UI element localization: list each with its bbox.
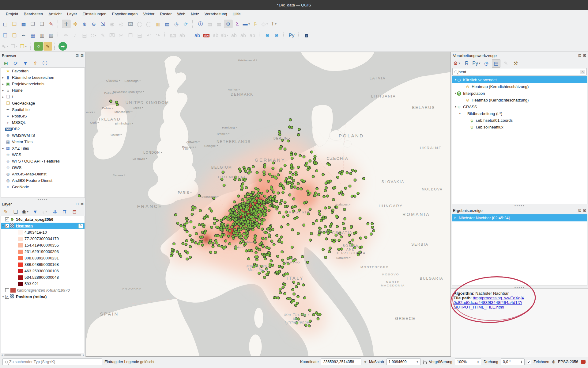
- processing-models-button[interactable]: ⚙▼: [453, 59, 461, 68]
- menu-vektor[interactable]: Vektor: [140, 10, 157, 17]
- layer-checkbox[interactable]: ✓: [5, 295, 9, 299]
- browser-item-wfs-ogc-api-features[interactable]: ⊛WFS / OGC API - Features: [1, 158, 85, 164]
- legend-row-1[interactable]: 77.2097300004179: [1, 236, 85, 242]
- legend-row-2[interactable]: 154.419460000355: [1, 242, 85, 248]
- menu-web[interactable]: Web: [175, 10, 188, 17]
- expand-arrow-icon[interactable]: ▾: [452, 78, 456, 81]
- browser-item--[interactable]: ▸❑/: [1, 94, 85, 100]
- redo-button[interactable]: ↷: [154, 31, 162, 40]
- rotation-spinbox[interactable]: 0,0 °▲▼: [501, 358, 525, 365]
- toggle-editing-button[interactable]: ✏: [62, 31, 70, 40]
- pan-map-button[interactable]: ✛: [62, 20, 70, 28]
- browser-filter-button[interactable]: ▼: [21, 59, 30, 68]
- filter-legend-button[interactable]: ▼: [31, 208, 40, 216]
- processing-python-button[interactable]: Py▼: [472, 59, 481, 68]
- pan-to-selection-button[interactable]: ✜: [71, 20, 80, 28]
- layer-checkbox[interactable]: ✓: [5, 217, 9, 221]
- processing-item-i-eb-soilheatflux[interactable]: ψi.eb.soilheatflux: [452, 124, 587, 130]
- menu-raster[interactable]: Raster: [157, 10, 174, 17]
- browser-item-wms-wmts[interactable]: ⊕WMS/WMTS: [1, 132, 85, 139]
- browser-item-db2[interactable]: DB2DB2: [1, 126, 85, 132]
- show-hidden-labels-button[interactable]: ab▼: [221, 31, 229, 40]
- browser-item-postgis[interactable]: ●PostGIS: [1, 113, 85, 119]
- browser-properties-button[interactable]: ⓘ: [41, 59, 49, 68]
- open-selection-table-button[interactable]: ❐▼: [10, 42, 19, 51]
- layer-style-panel-button[interactable]: ✎: [2, 208, 10, 216]
- processing-history-button[interactable]: ◷: [482, 59, 491, 68]
- browser-item-home[interactable]: ▸⌂Home: [1, 87, 85, 94]
- manage-visibility-button[interactable]: ◉▼: [21, 208, 30, 216]
- legend-row-8[interactable]: 593.921: [1, 281, 85, 287]
- processing-item-k-rzlich-verwendet[interactable]: ▾◷Kürzlich verwendet: [452, 76, 587, 83]
- browser-item-wcs[interactable]: ⊕WCS: [1, 151, 85, 158]
- vertex-tool-button[interactable]: ∷▼: [89, 31, 98, 40]
- open-project-button[interactable]: ❏: [10, 20, 19, 28]
- pin-labels-button[interactable]: ab: [211, 31, 220, 40]
- show-bookmarks-button[interactable]: ▤: [163, 20, 172, 28]
- zoom-to-layer-button[interactable]: ◎: [117, 20, 126, 28]
- results-splitter[interactable]: ●●●●●: [451, 286, 588, 288]
- menu-bearbeiten[interactable]: Bearbeiten: [21, 10, 46, 17]
- zoom-native-button[interactable]: 1:1: [126, 20, 135, 28]
- layer-diagram-options-button[interactable]: ab: [178, 31, 187, 40]
- expand-arrow-icon[interactable]: ▸: [1, 147, 5, 150]
- modify-attributes-button[interactable]: ✎: [99, 31, 107, 40]
- dock-splitter-right[interactable]: ●●●●●: [451, 204, 588, 207]
- processing-item-interpolation[interactable]: ▾QInterpolation: [452, 90, 587, 97]
- deselect-layers-button[interactable]: ❒▼: [19, 42, 28, 51]
- layer-checkbox[interactable]: [5, 288, 9, 292]
- refresh-map-button[interactable]: ⟳: [181, 20, 190, 28]
- layer-labeling-options-button[interactable]: abc: [169, 31, 177, 40]
- attribute-table-button[interactable]: ▤: [205, 20, 214, 28]
- expand-arrow-icon[interactable]: ▸: [1, 76, 5, 79]
- paste-features-button[interactable]: ▤: [135, 31, 144, 40]
- processing-search-input[interactable]: heat: [458, 70, 580, 74]
- browser-refresh-button[interactable]: ⟳: [11, 59, 20, 68]
- layout-manager-button[interactable]: ❒: [38, 20, 46, 28]
- processing-item-heatmap-kerndichtesch-tzung-[interactable]: ⊙Heatmap (Kerndichteschätzung): [452, 83, 587, 90]
- locator-search-box[interactable]: Zu suchender Typ (Strg+K): [2, 358, 102, 365]
- clear-search-icon[interactable]: ✕: [580, 70, 585, 74]
- processing-close-button[interactable]: ⊠: [583, 53, 586, 58]
- processing-toolbox-button[interactable]: ⚙: [224, 20, 232, 28]
- python-console-button[interactable]: Py: [287, 31, 296, 40]
- processing-float-button[interactable]: ⊡: [578, 53, 581, 58]
- browser-add-layer-button[interactable]: ⊞: [2, 59, 10, 68]
- legend-row-6[interactable]: 463.258380000106: [1, 268, 85, 274]
- browser-item-spatialite[interactable]: ✒SpatiaLite: [1, 106, 85, 113]
- new-print-layout-button[interactable]: ❐: [28, 20, 37, 28]
- map-tips-button[interactable]: ⚐: [251, 20, 260, 28]
- zoom-last-button[interactable]: ◯: [135, 20, 144, 28]
- layer-item-positron[interactable]: ▾✓Positron (retina): [1, 293, 85, 300]
- processing-r-scripts-button[interactable]: R: [462, 59, 471, 68]
- browser-item-xyz-tiles[interactable]: ▸▦XYZ Tiles: [1, 145, 85, 151]
- select-features-button[interactable]: ⬉▼: [1, 42, 9, 51]
- processing-item-heatmap-kerndichtesch-tzung-[interactable]: ⊙Heatmap (Kerndichteschätzung): [452, 97, 587, 103]
- label-highlight-button[interactable]: abc: [202, 31, 211, 40]
- browser-collapse-all-button[interactable]: ⇧: [31, 59, 40, 68]
- new-spatialite-button[interactable]: ✒: [19, 31, 28, 40]
- collapse-all-button[interactable]: ⇈: [60, 208, 69, 216]
- zoom-full-button[interactable]: ⇲: [99, 20, 107, 28]
- cut-features-button[interactable]: ✂: [117, 31, 126, 40]
- layer-checkbox[interactable]: ✓: [5, 224, 9, 228]
- browser-item-arcgis-feature-dienst[interactable]: ◍ArcGIS-Feature-Dienst: [1, 177, 85, 184]
- move-label-button[interactable]: ab: [230, 31, 238, 40]
- results-list-item[interactable]: ✧ Nächster Nachbar [02:45:24]: [452, 214, 587, 221]
- toggle-extents-icon[interactable]: ⌖: [364, 359, 366, 365]
- layer-float-button[interactable]: ⊡: [76, 202, 79, 206]
- expand-arrow-icon[interactable]: ▸: [1, 82, 5, 86]
- run-feature-action-button[interactable]: ◎▼: [261, 20, 269, 28]
- layer-item-point[interactable]: ✓14c_data_epsg2056: [1, 216, 85, 223]
- coordinate-input[interactable]: 2365992,2514358: [321, 358, 361, 365]
- legend-row-0[interactable]: 4.80341e-10: [1, 229, 85, 236]
- expand-arrow-icon[interactable]: ▾: [452, 92, 456, 95]
- share-button[interactable]: ➦: [58, 42, 67, 51]
- scale-combo[interactable]: 1:9094609▼: [386, 358, 421, 365]
- browser-item-vector-tiles[interactable]: ▦Vector Tiles: [1, 139, 85, 145]
- menu-erweiterungen[interactable]: Erweiterungen: [109, 10, 141, 17]
- save-layer-edits-button[interactable]: ▤: [80, 31, 89, 40]
- new-geopackage-button[interactable]: ❏: [1, 31, 9, 40]
- browser-item-ows[interactable]: ⊜OWS: [1, 164, 85, 171]
- menu-layer[interactable]: Layer: [64, 10, 80, 17]
